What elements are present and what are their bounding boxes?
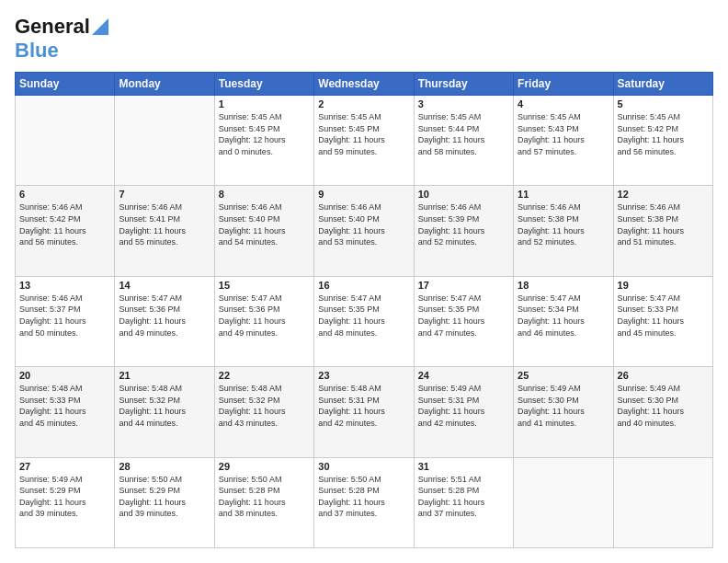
- day-info: Sunrise: 5:47 AM Sunset: 5:34 PM Dayligh…: [518, 293, 609, 339]
- calendar-cell: 20Sunrise: 5:48 AM Sunset: 5:33 PM Dayli…: [16, 367, 115, 457]
- calendar-cell: 14Sunrise: 5:47 AM Sunset: 5:36 PM Dayli…: [115, 276, 214, 366]
- day-info: Sunrise: 5:48 AM Sunset: 5:31 PM Dayligh…: [318, 383, 409, 429]
- day-number: 16: [318, 280, 409, 291]
- calendar-week-4: 20Sunrise: 5:48 AM Sunset: 5:33 PM Dayli…: [16, 367, 713, 457]
- logo-general-text: General: [15, 15, 90, 39]
- day-number: 31: [418, 461, 509, 472]
- calendar-cell: 12Sunrise: 5:46 AM Sunset: 5:38 PM Dayli…: [613, 186, 712, 276]
- calendar-week-1: 1Sunrise: 5:45 AM Sunset: 5:45 PM Daylig…: [16, 96, 713, 186]
- calendar-cell: 27Sunrise: 5:49 AM Sunset: 5:29 PM Dayli…: [16, 457, 115, 547]
- day-info: Sunrise: 5:45 AM Sunset: 5:44 PM Dayligh…: [418, 111, 509, 157]
- weekday-header-monday: Monday: [115, 73, 214, 96]
- calendar-cell: [613, 457, 712, 547]
- day-number: 6: [19, 189, 110, 200]
- day-number: 13: [19, 280, 110, 291]
- calendar-cell: 2Sunrise: 5:45 AM Sunset: 5:45 PM Daylig…: [314, 96, 414, 186]
- calendar-cell: 15Sunrise: 5:47 AM Sunset: 5:36 PM Dayli…: [214, 276, 313, 366]
- day-info: Sunrise: 5:51 AM Sunset: 5:28 PM Dayligh…: [418, 474, 509, 520]
- calendar-cell: [514, 457, 613, 547]
- day-info: Sunrise: 5:47 AM Sunset: 5:35 PM Dayligh…: [318, 293, 409, 339]
- day-info: Sunrise: 5:48 AM Sunset: 5:32 PM Dayligh…: [219, 383, 310, 429]
- day-number: 17: [418, 280, 509, 291]
- calendar-cell: 25Sunrise: 5:49 AM Sunset: 5:30 PM Dayli…: [514, 367, 613, 457]
- day-info: Sunrise: 5:45 AM Sunset: 5:45 PM Dayligh…: [318, 111, 409, 157]
- weekday-header-friday: Friday: [514, 73, 613, 96]
- calendar-cell: 18Sunrise: 5:47 AM Sunset: 5:34 PM Dayli…: [514, 276, 613, 366]
- calendar-cell: 10Sunrise: 5:46 AM Sunset: 5:39 PM Dayli…: [414, 186, 513, 276]
- day-info: Sunrise: 5:46 AM Sunset: 5:41 PM Dayligh…: [119, 201, 210, 247]
- header: General Blue: [15, 15, 713, 63]
- day-number: 4: [518, 98, 609, 109]
- day-info: Sunrise: 5:45 AM Sunset: 5:42 PM Dayligh…: [618, 111, 709, 157]
- day-info: Sunrise: 5:50 AM Sunset: 5:29 PM Dayligh…: [119, 474, 210, 520]
- day-number: 3: [418, 98, 509, 109]
- day-number: 2: [318, 98, 409, 109]
- day-info: Sunrise: 5:48 AM Sunset: 5:32 PM Dayligh…: [119, 383, 210, 429]
- page: General Blue SundayMondayTuesdayWednesda…: [0, 0, 728, 563]
- calendar-cell: 21Sunrise: 5:48 AM Sunset: 5:32 PM Dayli…: [115, 367, 214, 457]
- calendar-cell: 24Sunrise: 5:49 AM Sunset: 5:31 PM Dayli…: [414, 367, 513, 457]
- day-number: 24: [418, 370, 509, 381]
- day-info: Sunrise: 5:46 AM Sunset: 5:40 PM Dayligh…: [318, 201, 409, 247]
- day-number: 23: [318, 370, 409, 381]
- calendar-cell: 4Sunrise: 5:45 AM Sunset: 5:43 PM Daylig…: [514, 96, 613, 186]
- calendar-week-5: 27Sunrise: 5:49 AM Sunset: 5:29 PM Dayli…: [16, 457, 713, 547]
- day-info: Sunrise: 5:47 AM Sunset: 5:36 PM Dayligh…: [219, 293, 310, 339]
- day-info: Sunrise: 5:48 AM Sunset: 5:33 PM Dayligh…: [19, 383, 110, 429]
- calendar-cell: 17Sunrise: 5:47 AM Sunset: 5:35 PM Dayli…: [414, 276, 513, 366]
- day-info: Sunrise: 5:49 AM Sunset: 5:30 PM Dayligh…: [518, 383, 609, 429]
- day-info: Sunrise: 5:45 AM Sunset: 5:43 PM Dayligh…: [518, 111, 609, 157]
- day-number: 5: [618, 98, 709, 109]
- day-info: Sunrise: 5:46 AM Sunset: 5:42 PM Dayligh…: [19, 201, 110, 247]
- calendar-cell: 1Sunrise: 5:45 AM Sunset: 5:45 PM Daylig…: [214, 96, 313, 186]
- weekday-header-row: SundayMondayTuesdayWednesdayThursdayFrid…: [16, 73, 713, 96]
- day-number: 18: [518, 280, 609, 291]
- day-number: 19: [618, 280, 709, 291]
- day-info: Sunrise: 5:49 AM Sunset: 5:30 PM Dayligh…: [618, 383, 709, 429]
- day-number: 14: [119, 280, 210, 291]
- calendar-cell: 8Sunrise: 5:46 AM Sunset: 5:40 PM Daylig…: [214, 186, 313, 276]
- day-number: 8: [219, 189, 310, 200]
- day-number: 15: [219, 280, 310, 291]
- day-number: 7: [119, 189, 210, 200]
- calendar-cell: 29Sunrise: 5:50 AM Sunset: 5:28 PM Dayli…: [214, 457, 313, 547]
- day-number: 28: [119, 461, 210, 472]
- day-number: 1: [219, 98, 310, 109]
- logo: General Blue: [15, 15, 108, 63]
- logo-triangle-icon: [92, 18, 108, 35]
- svg-marker-0: [92, 18, 108, 35]
- weekday-header-tuesday: Tuesday: [214, 73, 313, 96]
- calendar-cell: 19Sunrise: 5:47 AM Sunset: 5:33 PM Dayli…: [613, 276, 712, 366]
- calendar-cell: 28Sunrise: 5:50 AM Sunset: 5:29 PM Dayli…: [115, 457, 214, 547]
- day-info: Sunrise: 5:46 AM Sunset: 5:40 PM Dayligh…: [219, 201, 310, 247]
- calendar-week-3: 13Sunrise: 5:46 AM Sunset: 5:37 PM Dayli…: [16, 276, 713, 366]
- day-info: Sunrise: 5:47 AM Sunset: 5:33 PM Dayligh…: [618, 293, 709, 339]
- calendar-cell: 26Sunrise: 5:49 AM Sunset: 5:30 PM Dayli…: [613, 367, 712, 457]
- day-info: Sunrise: 5:46 AM Sunset: 5:37 PM Dayligh…: [19, 293, 110, 339]
- weekday-header-thursday: Thursday: [414, 73, 513, 96]
- calendar-table: SundayMondayTuesdayWednesdayThursdayFrid…: [15, 72, 713, 548]
- day-info: Sunrise: 5:46 AM Sunset: 5:38 PM Dayligh…: [618, 201, 709, 247]
- day-number: 9: [318, 189, 409, 200]
- calendar-cell: 6Sunrise: 5:46 AM Sunset: 5:42 PM Daylig…: [16, 186, 115, 276]
- day-info: Sunrise: 5:50 AM Sunset: 5:28 PM Dayligh…: [318, 474, 409, 520]
- logo-blue-text: Blue: [15, 39, 59, 63]
- day-number: 10: [418, 189, 509, 200]
- day-info: Sunrise: 5:47 AM Sunset: 5:35 PM Dayligh…: [418, 293, 509, 339]
- calendar-cell: 11Sunrise: 5:46 AM Sunset: 5:38 PM Dayli…: [514, 186, 613, 276]
- day-info: Sunrise: 5:49 AM Sunset: 5:29 PM Dayligh…: [19, 474, 110, 520]
- calendar-cell: 9Sunrise: 5:46 AM Sunset: 5:40 PM Daylig…: [314, 186, 414, 276]
- day-info: Sunrise: 5:49 AM Sunset: 5:31 PM Dayligh…: [418, 383, 509, 429]
- calendar-cell: 22Sunrise: 5:48 AM Sunset: 5:32 PM Dayli…: [214, 367, 313, 457]
- day-number: 20: [19, 370, 110, 381]
- calendar-cell: 3Sunrise: 5:45 AM Sunset: 5:44 PM Daylig…: [414, 96, 513, 186]
- calendar-cell: 23Sunrise: 5:48 AM Sunset: 5:31 PM Dayli…: [314, 367, 414, 457]
- calendar-cell: 13Sunrise: 5:46 AM Sunset: 5:37 PM Dayli…: [16, 276, 115, 366]
- day-number: 22: [219, 370, 310, 381]
- calendar-cell: 5Sunrise: 5:45 AM Sunset: 5:42 PM Daylig…: [613, 96, 712, 186]
- day-info: Sunrise: 5:50 AM Sunset: 5:28 PM Dayligh…: [219, 474, 310, 520]
- day-info: Sunrise: 5:45 AM Sunset: 5:45 PM Dayligh…: [219, 111, 310, 157]
- day-number: 26: [618, 370, 709, 381]
- calendar-cell: 30Sunrise: 5:50 AM Sunset: 5:28 PM Dayli…: [314, 457, 414, 547]
- calendar-week-2: 6Sunrise: 5:46 AM Sunset: 5:42 PM Daylig…: [16, 186, 713, 276]
